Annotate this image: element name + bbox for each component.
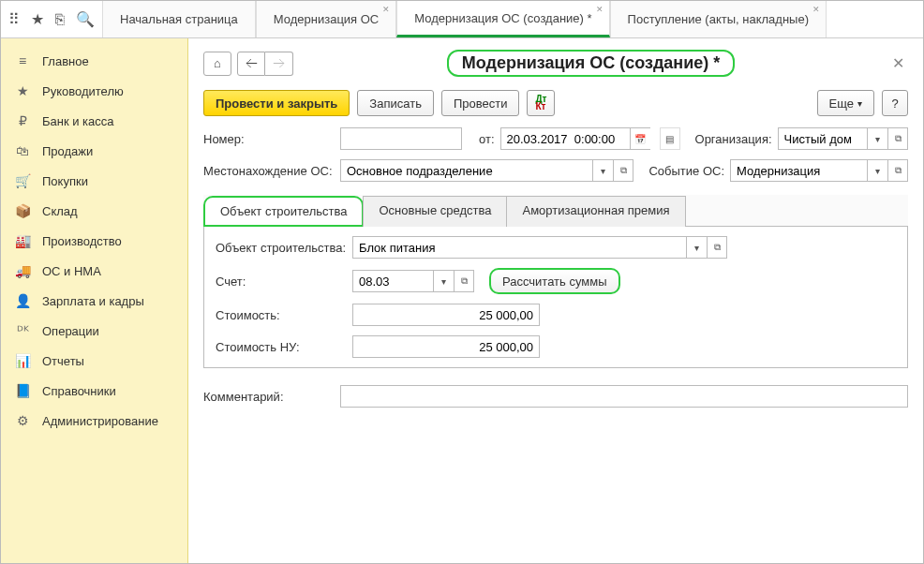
top-toolbar: ⠿ ★ ⎘ 🔍 Начальная страница Модернизация … — [1, 1, 923, 38]
costnu-label: Стоимость НУ: — [216, 340, 347, 354]
history-icon[interactable]: ⎘ — [55, 11, 65, 28]
star-icon[interactable]: ★ — [31, 10, 44, 28]
open-icon[interactable]: ⧉ — [887, 127, 908, 150]
sidebar-item-bank[interactable]: ₽Банк и касса — [1, 106, 187, 136]
cost-label: Стоимость: — [216, 308, 347, 322]
tab-receipt[interactable]: Поступление (акты, накладные) ✕ — [610, 1, 827, 37]
post-button[interactable]: Провести — [441, 90, 520, 116]
tab-fixed-assets[interactable]: Основные средства — [363, 196, 507, 227]
org-label: Организация: — [695, 132, 772, 146]
list-icon[interactable]: ▤ — [660, 127, 680, 150]
back-button[interactable]: 🡠 — [237, 52, 265, 76]
main-panel: ⌂ 🡠 🡢 Модернизация ОС (создание) * ✕ Про… — [188, 38, 923, 563]
costnu-field[interactable] — [352, 335, 540, 358]
sidebar-label: Отчеты — [42, 354, 84, 368]
tab-home[interactable]: Начальная страница — [102, 1, 256, 37]
form-title: Модернизация ОС (создание) * — [293, 50, 888, 77]
form-area: Номер: от: 📅 ▤ Организация: ▾ ⧉ Местонах… — [203, 127, 908, 408]
obj-field[interactable]: ▾ ⧉ — [352, 236, 727, 259]
post-and-close-button[interactable]: Провести и закрыть — [203, 90, 350, 116]
calculate-button[interactable]: Рассчитать суммы — [489, 268, 620, 294]
close-icon[interactable]: ✕ — [812, 5, 820, 14]
row-cost: Стоимость: — [216, 304, 896, 326]
open-icon[interactable]: ⧉ — [707, 236, 727, 259]
top-icons: ⠿ ★ ⎘ 🔍 — [1, 1, 102, 37]
sidebar-item-manager[interactable]: ★Руководителю — [1, 76, 187, 106]
row-comment: Комментарий: — [203, 385, 908, 408]
sidebar-label: Банк и касса — [42, 114, 114, 128]
sidebar-item-admin[interactable]: ⚙Администрирование — [1, 406, 187, 436]
acct-field[interactable]: ▾ ⧉ — [352, 270, 474, 292]
obj-label: Объект строительства: — [216, 241, 347, 255]
sidebar-label: Администрирование — [42, 414, 158, 428]
sidebar-label: Операции — [42, 324, 99, 338]
dtkt-button[interactable]: ДтКт — [527, 90, 555, 116]
chevron-down-icon[interactable]: ▾ — [592, 159, 613, 182]
sidebar-item-production[interactable]: 🏭Производство — [1, 226, 187, 256]
row-number-date-org: Номер: от: 📅 ▤ Организация: ▾ ⧉ — [203, 127, 908, 150]
tab-modernization[interactable]: Модернизация ОС ✕ — [256, 1, 396, 37]
chart-icon: 📊 — [14, 353, 31, 368]
chevron-down-icon[interactable]: ▾ — [686, 236, 707, 259]
close-icon[interactable]: ✕ — [382, 5, 390, 14]
cost-field[interactable] — [352, 304, 540, 326]
org-field[interactable]: ▾ ⧉ — [778, 127, 908, 150]
sidebar-label: Справочники — [42, 384, 116, 398]
tab-modernization-create[interactable]: Модернизация ОС (создание) * ✕ — [396, 1, 609, 37]
open-icon[interactable]: ⧉ — [454, 270, 474, 292]
tab-label: Поступление (акты, накладные) — [628, 12, 809, 26]
nav-sidebar: ≡Главное ★Руководителю ₽Банк и касса 🛍Пр… — [1, 38, 188, 563]
sidebar-item-fixed-assets[interactable]: 🚚ОС и НМА — [1, 256, 187, 286]
chevron-down-icon[interactable]: ▾ — [867, 127, 887, 150]
sidebar-item-sales[interactable]: 🛍Продажи — [1, 136, 187, 166]
event-field[interactable]: ▾ ⧉ — [730, 159, 908, 182]
sidebar-item-main[interactable]: ≡Главное — [1, 46, 187, 76]
box-icon: 📦 — [14, 203, 31, 218]
search-icon[interactable]: 🔍 — [76, 10, 95, 28]
command-bar: Провести и закрыть Записать Провести ДтК… — [203, 90, 908, 116]
sidebar-label: Продажи — [42, 144, 93, 158]
chevron-down-icon[interactable]: ▾ — [867, 159, 887, 182]
date-field[interactable]: 📅 — [500, 127, 650, 150]
inner-tabs: Объект строительства Основные средства А… — [203, 195, 908, 227]
chevron-down-icon[interactable]: ▾ — [433, 270, 454, 292]
comment-input[interactable] — [340, 385, 908, 408]
sidebar-label: Главное — [42, 54, 89, 68]
location-label: Местонахождение ОС: — [203, 164, 335, 178]
row-obj: Объект строительства: ▾ ⧉ — [216, 236, 896, 259]
location-field[interactable]: ▾ ⧉ — [340, 159, 633, 182]
save-button[interactable]: Записать — [357, 90, 434, 116]
row-acct: Счет: ▾ ⧉ Рассчитать суммы — [216, 268, 896, 294]
truck-icon: 🚚 — [14, 263, 31, 278]
nav-buttons: ⌂ 🡠 🡢 — [203, 52, 293, 76]
close-icon[interactable]: ✕ — [596, 5, 604, 14]
tab-content: Объект строительства: ▾ ⧉ Счет: ▾ ⧉ — [203, 227, 908, 368]
sidebar-item-warehouse[interactable]: 📦Склад — [1, 196, 187, 226]
dtkt-icon: ᴰᴷ — [14, 323, 31, 338]
bag-icon: 🛍 — [14, 143, 31, 158]
sidebar-item-reports[interactable]: 📊Отчеты — [1, 346, 187, 376]
more-button[interactable]: Еще ▾ — [817, 90, 874, 116]
calendar-icon[interactable]: 📅 — [630, 127, 650, 150]
sidebar-item-hr[interactable]: 👤Зарплата и кадры — [1, 286, 187, 316]
sidebar-item-operations[interactable]: ᴰᴷОперации — [1, 316, 187, 346]
sidebar-label: Зарплата и кадры — [42, 294, 144, 308]
sidebar-item-purchases[interactable]: 🛒Покупки — [1, 166, 187, 196]
close-form-icon[interactable]: ✕ — [888, 54, 908, 72]
tab-depreciation-bonus[interactable]: Амортизационная премия — [506, 196, 685, 227]
sidebar-item-catalogs[interactable]: 📘Справочники — [1, 376, 187, 406]
apps-icon[interactable]: ⠿ — [8, 10, 20, 28]
number-input[interactable] — [340, 127, 462, 150]
star-icon: ★ — [14, 83, 31, 98]
open-icon[interactable]: ⧉ — [613, 159, 633, 182]
book-icon: 📘 — [14, 383, 31, 398]
sidebar-label: Производство — [42, 234, 122, 248]
open-icon[interactable]: ⧉ — [887, 159, 908, 182]
tab-label: Начальная страница — [120, 12, 238, 26]
number-label: Номер: — [203, 132, 335, 146]
tab-construction-object[interactable]: Объект строительства — [203, 196, 364, 227]
menu-icon: ≡ — [14, 53, 31, 68]
help-button[interactable]: ? — [882, 90, 908, 116]
home-button[interactable]: ⌂ — [203, 52, 231, 76]
forward-button[interactable]: 🡢 — [265, 52, 293, 76]
